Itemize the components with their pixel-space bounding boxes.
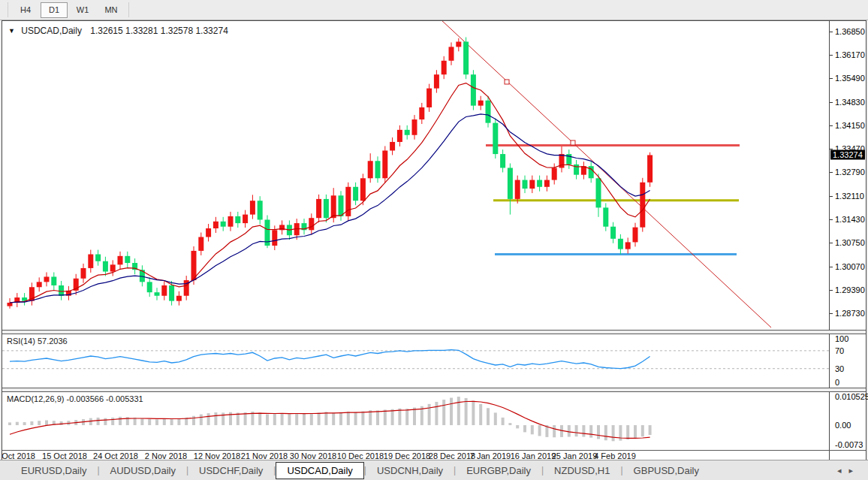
macd-histogram-bar	[192, 416, 195, 425]
candle-body	[390, 142, 395, 151]
rsi-indicator-label: RSI(14) 57.2036	[7, 337, 68, 346]
tab-eurusd[interactable]: EURUSD,Daily	[11, 463, 97, 478]
price-axis-label: 1.28730	[835, 309, 865, 318]
tab-nzdusd[interactable]: NZDUSD,H1	[544, 463, 620, 478]
tab-audusd[interactable]: AUDUSD,Daily	[100, 463, 186, 478]
candle-body	[544, 180, 550, 187]
trendline-handle[interactable]	[505, 80, 509, 84]
timeframe-button-h4[interactable]: H4	[12, 2, 39, 18]
candle-body	[316, 199, 321, 218]
candle-body	[103, 261, 108, 272]
macd-histogram-bar	[273, 414, 276, 425]
price-axis-tick	[830, 196, 833, 197]
tab-scroll-left-icon[interactable]: ◂	[837, 466, 849, 475]
macd-axis: 0.0105250.00-0.0073	[829, 392, 866, 450]
macd-histogram-bar	[140, 418, 143, 425]
candle-body	[258, 201, 263, 219]
trendline[interactable]	[441, 21, 771, 328]
tab-eurgbp[interactable]: EURGBP,Daily	[456, 463, 541, 478]
price-axis-label: 1.36850	[835, 27, 865, 36]
candle-body	[419, 107, 424, 119]
macd-histogram-bar	[502, 418, 505, 425]
tab-gbpusd[interactable]: GBPUSD,Daily	[623, 463, 710, 478]
macd-histogram-bar	[295, 413, 298, 425]
candle-body	[110, 264, 116, 271]
candle-body	[243, 215, 248, 224]
macd-histogram-bar	[170, 419, 173, 425]
candle-body	[633, 228, 638, 243]
candle-body	[191, 251, 197, 280]
tab-scroll-right-icon[interactable]: ▸	[848, 466, 860, 475]
candle-body	[493, 123, 498, 154]
macd-histogram-bar	[479, 404, 482, 425]
candle-body	[508, 168, 513, 198]
candle-body	[339, 195, 344, 216]
main-chart-plot[interactable]: ▼ USDCAD,Daily 1.32615 1.33281 1.32578 1…	[2, 21, 829, 330]
candle-body	[235, 216, 240, 223]
candle-body	[331, 195, 336, 218]
macd-histogram-bar	[45, 421, 48, 425]
macd-histogram-bar	[435, 402, 438, 425]
trading-app: H4D1W1MN ▼ USDCAD,Daily 1.32615 1.33281 …	[0, 0, 868, 480]
macd-histogram-bar	[575, 425, 578, 436]
macd-histogram-bar	[347, 412, 350, 425]
macd-panel-plot[interactable]: MACD(12,26,9) -0.003566 -0.005331	[2, 392, 829, 450]
price-axis-tick	[830, 313, 833, 314]
timeframe-button-d1[interactable]: D1	[41, 2, 68, 18]
timeframe-button-w1[interactable]: W1	[69, 2, 96, 18]
price-axis[interactable]: 1.368501.361701.354901.348301.341501.334…	[829, 21, 866, 330]
tab-usdchf[interactable]: USDCHF,Daily	[188, 463, 273, 478]
macd-histogram-bar	[649, 425, 652, 435]
price-axis-tick	[830, 102, 833, 103]
candle-body	[161, 285, 167, 296]
macd-histogram-bar	[465, 398, 468, 425]
candle-body	[552, 168, 557, 180]
candle-body	[169, 285, 174, 301]
candle-body	[463, 42, 469, 75]
timeframe-button-mn[interactable]: MN	[98, 2, 125, 18]
macd-histogram-bar	[324, 412, 327, 425]
candle-body	[228, 216, 234, 227]
candle-body	[155, 292, 160, 296]
candle-body	[486, 101, 491, 123]
candle-body	[412, 119, 417, 135]
macd-histogram-bar	[30, 421, 33, 425]
timeframe-toolbar: H4D1W1MN	[0, 0, 868, 20]
toolbar-divider	[128, 2, 129, 17]
macd-histogram-bar	[207, 413, 210, 425]
candle-body	[529, 180, 535, 189]
collapse-triangle-icon[interactable]: ▼	[8, 27, 15, 35]
macd-histogram-bar	[23, 422, 26, 425]
candle-body	[442, 61, 447, 74]
macd-histogram-bar	[604, 425, 607, 440]
macd-histogram-bar	[60, 421, 63, 425]
price-axis-label: 1.34830	[835, 98, 865, 107]
candle-body	[449, 47, 454, 60]
macd-histogram-bar	[487, 408, 490, 425]
price-axis-label: 1.34150	[835, 121, 865, 130]
rsi-panel-plot[interactable]: RSI(14) 57.2036	[2, 334, 829, 388]
candle-body	[353, 187, 358, 201]
macd-histogram-bar	[8, 422, 11, 425]
price-axis-tick	[830, 172, 833, 173]
macd-histogram-bar	[214, 412, 217, 425]
macd-histogram-bar	[523, 425, 526, 432]
price-axis-tick	[830, 32, 833, 32]
price-axis-tick	[830, 243, 833, 243]
trendline-handle[interactable]	[571, 140, 575, 145]
candle-body	[471, 74, 476, 105]
macd-histogram-bar	[472, 401, 475, 425]
chart-ohlc-values: 1.32615 1.33281 1.32578 1.33274	[90, 26, 228, 36]
macd-histogram-bar	[384, 409, 387, 425]
tab-usdcad[interactable]: USDCAD,Daily	[276, 462, 363, 479]
price-axis-label: 1.32790	[835, 168, 865, 177]
tab-scroll-arrows: ◂▸	[837, 466, 860, 475]
rsi-line	[10, 350, 650, 369]
candle-body	[309, 218, 314, 230]
price-axis-tick	[830, 55, 833, 56]
macd-histogram-bar	[428, 404, 431, 425]
macd-histogram-bar	[508, 423, 511, 425]
candle-body	[603, 207, 608, 226]
tab-usdcnh[interactable]: USDCNH,Daily	[366, 463, 454, 478]
macd-histogram-bar	[281, 413, 284, 425]
